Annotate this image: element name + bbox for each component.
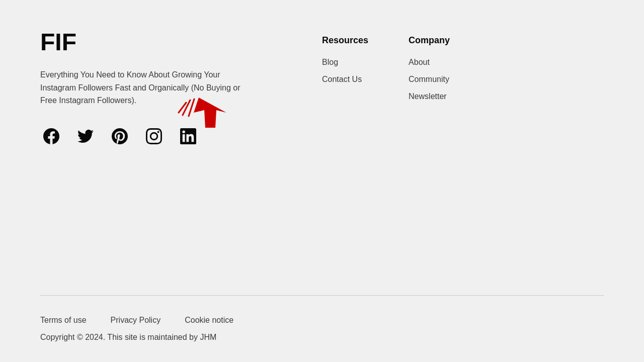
footer-legal-links: Terms of use Privacy Policy Cookie notic… bbox=[40, 316, 604, 325]
social-icons bbox=[40, 125, 322, 147]
company-list: About Community Newsletter bbox=[409, 58, 450, 101]
brand-logo: FIF bbox=[40, 30, 322, 54]
company-heading: Company bbox=[409, 35, 450, 46]
footer-nav: Resources Blog Contact Us Company About bbox=[322, 30, 450, 101]
list-item: Community bbox=[409, 75, 450, 84]
newsletter-link[interactable]: Newsletter bbox=[409, 92, 447, 101]
instagram-icon[interactable] bbox=[143, 125, 165, 147]
cookie-notice-link[interactable]: Cookie notice bbox=[185, 316, 233, 325]
footer-main: FIF Everything You Need to Know About Gr… bbox=[0, 0, 644, 295]
resources-column: Resources Blog Contact Us bbox=[322, 35, 368, 101]
list-item: Contact Us bbox=[322, 75, 368, 84]
terms-of-use-link[interactable]: Terms of use bbox=[40, 316, 87, 325]
list-item: Newsletter bbox=[409, 92, 450, 101]
svg-marker-3 bbox=[194, 98, 226, 128]
list-item: Blog bbox=[322, 58, 368, 67]
resources-list: Blog Contact Us bbox=[322, 58, 368, 84]
resources-heading: Resources bbox=[322, 35, 368, 46]
company-column: Company About Community Newsletter bbox=[409, 35, 450, 101]
blog-link[interactable]: Blog bbox=[322, 58, 338, 66]
about-link[interactable]: About bbox=[409, 58, 430, 66]
footer-bottom: Terms of use Privacy Policy Cookie notic… bbox=[0, 296, 644, 362]
arrow-annotation bbox=[171, 95, 231, 135]
contact-us-link[interactable]: Contact Us bbox=[322, 75, 362, 83]
page-wrapper: FIF Everything You Need to Know About Gr… bbox=[0, 0, 644, 362]
facebook-icon[interactable] bbox=[40, 125, 62, 147]
pinterest-icon[interactable] bbox=[109, 125, 131, 147]
footer-brand: FIF Everything You Need to Know About Gr… bbox=[40, 30, 322, 147]
footer-copyright: Copyright © 2024. This site is maintaine… bbox=[40, 333, 604, 342]
list-item: About bbox=[409, 58, 450, 67]
twitter-icon[interactable] bbox=[74, 125, 97, 147]
privacy-policy-link[interactable]: Privacy Policy bbox=[111, 316, 161, 325]
community-link[interactable]: Community bbox=[409, 75, 449, 83]
